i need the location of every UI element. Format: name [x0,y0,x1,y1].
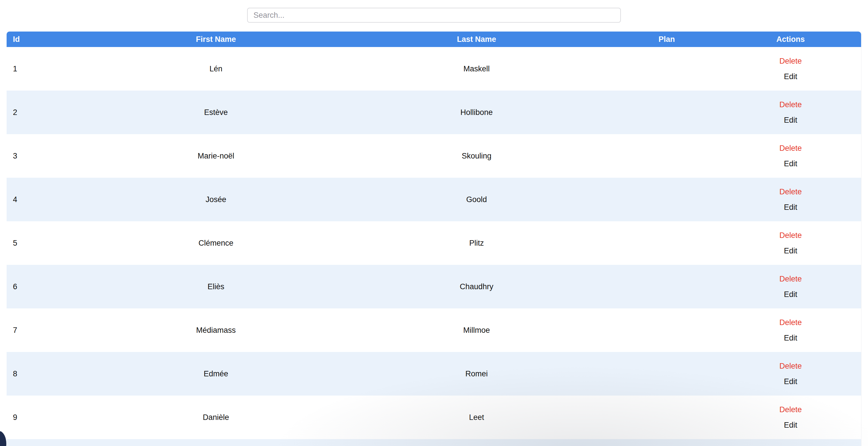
delete-link[interactable]: Delete [779,273,802,285]
cell-actions: Delete Edit [720,404,861,431]
cell-id: 3 [7,151,92,161]
table-row: 9 Danièle Leet Delete Edit [7,396,861,439]
col-header-id: Id [7,35,92,44]
table-body: 1 Lén Maskell Delete Edit 2 Estève Holli… [7,47,861,446]
cell-actions: Delete Edit [720,142,861,169]
table-row: 1 Lén Maskell Delete Edit [7,47,861,91]
cell-first-name: Eliès [92,282,340,291]
table-row: 3 Marie-noël Skouling Delete Edit [7,134,861,178]
table-row: 4 Josée Goold Delete Edit [7,178,861,221]
cell-first-name: Marie-noël [92,151,340,161]
cell-actions: Delete Edit [720,99,861,126]
cell-last-name: Plitz [340,239,613,248]
edit-link[interactable]: Edit [784,376,797,387]
cell-last-name: Chaudhry [340,282,613,291]
edit-link[interactable]: Edit [784,332,797,344]
col-header-actions: Actions [720,35,861,44]
cell-last-name: Romei [340,370,613,378]
table-row: 6 Eliès Chaudhry Delete Edit [7,265,861,308]
col-header-first-name: First Name [92,35,340,44]
cell-id: 7 [7,326,92,335]
cell-id: 5 [7,239,92,248]
delete-link[interactable]: Delete [779,404,802,415]
col-header-last-name: Last Name [340,35,613,44]
cell-id: 8 [7,370,92,378]
delete-link[interactable]: Delete [779,230,802,241]
delete-link[interactable]: Delete [779,55,802,67]
cell-actions: Delete Edit [720,273,861,300]
cell-first-name: Clémence [92,239,340,248]
cell-first-name: Lén [92,65,340,73]
table-row: 7 Médiamass Millmoe Delete Edit [7,308,861,352]
cell-actions: Delete Edit [720,186,861,213]
cell-id: 4 [7,195,92,204]
edit-link[interactable]: Edit [784,71,797,82]
edit-link[interactable]: Edit [784,419,797,431]
cell-first-name: Josée [92,195,340,204]
cell-last-name: Leet [340,413,613,422]
cell-last-name: Maskell [340,65,613,73]
edit-link[interactable]: Edit [784,245,797,256]
table-row: 5 Clémence Plitz Delete Edit [7,221,861,265]
cell-id: 1 [7,65,92,73]
delete-link[interactable]: Delete [779,186,802,198]
table-row-partial [7,439,861,446]
delete-link[interactable]: Delete [779,142,802,154]
cell-id: 9 [7,413,92,422]
delete-link[interactable]: Delete [779,99,802,110]
cell-actions: Delete Edit [720,360,861,387]
cell-last-name: Skouling [340,151,613,161]
cell-first-name: Médiamass [92,326,340,335]
table-row: 8 Edmée Romei Delete Edit [7,352,861,396]
edit-link[interactable]: Edit [784,158,797,169]
table-row: 2 Estève Hollibone Delete Edit [7,91,861,134]
edit-link[interactable]: Edit [784,289,797,300]
cell-last-name: Goold [340,195,613,204]
cell-id: 6 [7,282,92,291]
cell-first-name: Estève [92,108,340,117]
edit-link[interactable]: Edit [784,114,797,126]
delete-link[interactable]: Delete [779,317,802,328]
col-header-plan: Plan [613,35,720,44]
cell-last-name: Hollibone [340,108,613,117]
table-header: Id First Name Last Name Plan Actions [7,32,861,47]
cell-actions: Delete Edit [720,230,861,256]
page: Id First Name Last Name Plan Actions 1 L… [0,0,868,446]
cell-first-name: Danièle [92,413,340,422]
cell-actions: Delete Edit [720,317,861,344]
users-table: Id First Name Last Name Plan Actions 1 L… [7,32,861,446]
delete-link[interactable]: Delete [779,360,802,372]
corner-decoration [0,431,6,446]
cell-last-name: Millmoe [340,326,613,335]
edit-link[interactable]: Edit [784,202,797,213]
cell-id: 2 [7,108,92,117]
cell-first-name: Edmée [92,370,340,378]
search-input[interactable] [247,8,621,23]
cell-actions: Delete Edit [720,55,861,82]
